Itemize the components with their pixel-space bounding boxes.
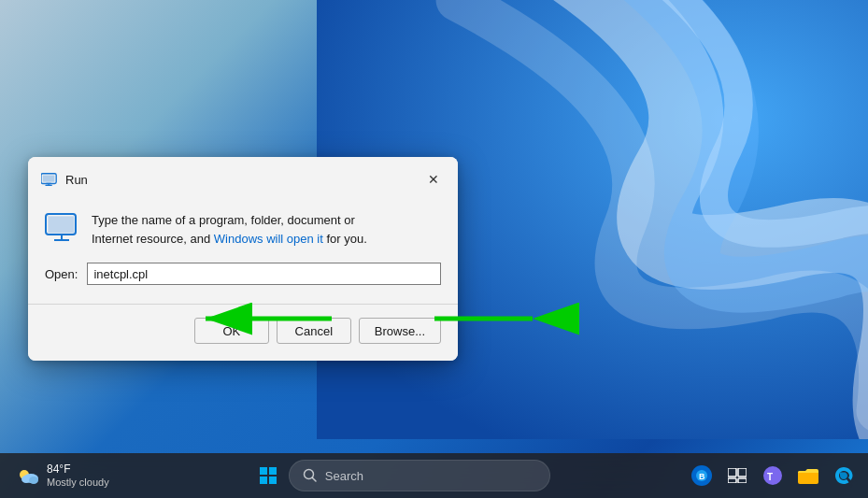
- dialog-info-row: Type the name of a program, folder, docu…: [45, 211, 441, 248]
- svg-rect-20: [260, 467, 267, 475]
- dialog-close-button[interactable]: ✕: [420, 166, 447, 192]
- dialog-info-text-part2: for you.: [323, 232, 367, 246]
- start-button[interactable]: [251, 459, 285, 492]
- svg-text:B: B: [699, 472, 705, 481]
- svg-rect-34: [798, 471, 818, 484]
- svg-text:T: T: [767, 472, 773, 482]
- windows-logo-icon: [260, 467, 277, 484]
- svg-rect-2: [43, 176, 55, 182]
- taskbar-right: B T: [685, 459, 861, 492]
- taskbar-search-bar[interactable]: Search: [289, 460, 550, 491]
- file-explorer-icon: [798, 467, 818, 484]
- weather-icon: [15, 465, 41, 486]
- taskbar-center: Search: [117, 459, 685, 492]
- cancel-button[interactable]: Cancel: [277, 318, 351, 344]
- bing-button[interactable]: B: [685, 459, 719, 492]
- edge-icon: [833, 465, 854, 486]
- taskbar-search-text: Search: [325, 469, 363, 483]
- dialog-run-large-icon: [45, 213, 78, 247]
- open-input[interactable]: [87, 263, 441, 285]
- dialog-info-text: Type the name of a program, folder, docu…: [92, 211, 367, 248]
- dialog-titlebar: Run ✕: [28, 157, 458, 200]
- run-title-icon: [41, 173, 58, 186]
- taskview-button[interactable]: [720, 459, 754, 492]
- edge-button[interactable]: [827, 459, 861, 492]
- desktop: Run ✕ Type the name of a program, folder…: [0, 0, 868, 498]
- ok-button[interactable]: OK: [194, 318, 269, 344]
- dialog-open-row: Open:: [45, 263, 441, 285]
- svg-rect-21: [269, 467, 277, 475]
- dialog-buttons-row: OK Cancel Browse...: [45, 318, 441, 344]
- taskbar: 84°F Mostly cloudy: [0, 453, 868, 498]
- weather-text: 84°F Mostly cloudy: [47, 462, 109, 489]
- dialog-info-text-highlight: Windows will open it: [214, 232, 323, 246]
- taskbar-search-icon: [303, 468, 318, 483]
- svg-rect-28: [728, 468, 736, 477]
- dialog-body: Type the name of a program, folder, docu…: [28, 200, 458, 361]
- svg-rect-11: [49, 217, 75, 234]
- svg-rect-31: [738, 478, 747, 483]
- teams-button[interactable]: T: [756, 459, 790, 492]
- dialog-divider: [28, 304, 458, 305]
- svg-line-25: [312, 478, 316, 482]
- svg-rect-23: [269, 477, 277, 484]
- svg-rect-22: [260, 477, 267, 484]
- svg-point-19: [29, 477, 38, 484]
- taskbar-left: 84°F Mostly cloudy: [7, 459, 117, 492]
- open-label: Open:: [45, 267, 78, 281]
- svg-rect-30: [728, 478, 736, 483]
- taskview-icon: [728, 468, 747, 483]
- bing-icon: B: [691, 465, 712, 486]
- weather-temp: 84°F: [47, 462, 109, 476]
- weather-desc: Mostly cloudy: [47, 477, 109, 489]
- dialog-title-left: Run: [41, 173, 88, 187]
- file-explorer-button[interactable]: [791, 459, 825, 492]
- teams-icon: T: [762, 465, 783, 486]
- dialog-title-text: Run: [65, 173, 88, 187]
- weather-widget[interactable]: 84°F Mostly cloudy: [7, 459, 117, 492]
- browse-button[interactable]: Browse...: [359, 318, 441, 344]
- run-dialog: Run ✕ Type the name of a program, folder…: [28, 157, 458, 361]
- svg-rect-29: [738, 468, 747, 477]
